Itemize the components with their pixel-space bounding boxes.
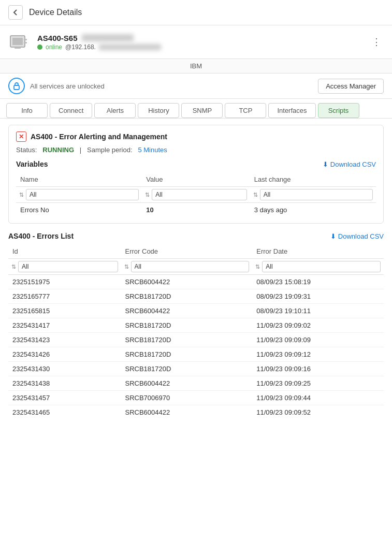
col-header-error-code: Error Code bbox=[121, 244, 253, 259]
tab-interfaces[interactable]: Interfaces bbox=[268, 103, 315, 118]
err-date-1: 08/09/23 19:09:31 bbox=[252, 289, 384, 304]
errors-section: AS400 - Errors List ⬇ Download CSV Id Er… bbox=[8, 232, 384, 419]
err-code-5: SRCB181720D bbox=[121, 347, 253, 362]
errors-section-header: AS400 - Errors List ⬇ Download CSV bbox=[8, 232, 384, 240]
err-code-2: SRCB6004422 bbox=[121, 304, 253, 318]
device-icon bbox=[8, 31, 31, 53]
errors-row-4: 2325431423 SRCB181720D 11/09/23 09:09:09 bbox=[8, 333, 384, 347]
filter-last-cell: ⇅ bbox=[250, 187, 376, 203]
filter-id-cell: ⇅ bbox=[8, 259, 121, 275]
tab-snmp[interactable]: SNMP bbox=[181, 103, 223, 118]
err-code-0: SRCB6004422 bbox=[121, 275, 253, 289]
col-header-error-date: Error Date bbox=[252, 244, 384, 259]
device-menu-button[interactable]: ⋮ bbox=[369, 35, 384, 49]
filter-name-cell: ⇅ bbox=[16, 187, 142, 203]
col-header-last-change: Last change bbox=[250, 172, 376, 187]
errors-table: Id Error Code Error Date ⇅ bbox=[8, 244, 384, 419]
variables-filter-row: ⇅ ⇅ ⇅ bbox=[16, 187, 376, 203]
err-id-7: 2325431438 bbox=[8, 376, 121, 391]
script-header: ✕ AS400 - Error Alerting and Management bbox=[16, 131, 376, 142]
svg-rect-5 bbox=[14, 85, 19, 90]
err-id-9: 2325431465 bbox=[8, 405, 121, 420]
sort-errdate-button[interactable]: ⇅ bbox=[255, 263, 260, 270]
page-title: Device Details bbox=[29, 8, 82, 17]
err-date-9: 11/09/23 09:09:52 bbox=[252, 405, 384, 420]
errors-row-6: 2325431430 SRCB181720D 11/09/23 09:09:16 bbox=[8, 362, 384, 376]
sort-errcode-button[interactable]: ⇅ bbox=[124, 263, 129, 270]
sort-name-button[interactable]: ⇅ bbox=[19, 192, 24, 198]
access-manager-button[interactable]: Access Manager bbox=[318, 79, 384, 94]
err-date-2: 08/09/23 19:10:11 bbox=[252, 304, 384, 318]
sort-value-button[interactable]: ⇅ bbox=[145, 192, 150, 198]
sort-last-button[interactable]: ⇅ bbox=[253, 192, 258, 198]
var-value-0: 10 bbox=[142, 203, 250, 217]
err-id-0: 2325151975 bbox=[8, 275, 121, 289]
tab-history[interactable]: History bbox=[138, 103, 179, 118]
lock-icon bbox=[8, 78, 25, 94]
errors-filter-row: ⇅ ⇅ ⇅ bbox=[8, 259, 384, 275]
status-online-label: online bbox=[46, 43, 62, 51]
filter-errcode-input[interactable] bbox=[131, 261, 250, 272]
device-name: AS400-S65 bbox=[37, 34, 384, 42]
err-id-6: 2325431430 bbox=[8, 362, 121, 376]
filter-errdate-cell: ⇅ bbox=[252, 259, 384, 275]
page-wrapper: Device Details AS400-S65 online @192.168… bbox=[0, 0, 392, 542]
filter-last-input[interactable] bbox=[260, 189, 373, 200]
errors-row-1: 2325165777 SRCB181720D 08/09/23 19:09:31 bbox=[8, 289, 384, 304]
tab-info[interactable]: Info bbox=[6, 103, 48, 118]
vendor-label: IBM bbox=[190, 62, 202, 70]
err-code-4: SRCB181720D bbox=[121, 333, 253, 347]
errors-row-0: 2325151975 SRCB6004422 08/09/23 15:08:19 bbox=[8, 275, 384, 289]
variables-header-row: Name Value Last change bbox=[16, 172, 376, 187]
svg-rect-4 bbox=[14, 47, 21, 49]
device-info: AS400-S65 online @192.168. bbox=[37, 34, 384, 51]
tab-tcp[interactable]: TCP bbox=[225, 103, 266, 118]
filter-value-input[interactable] bbox=[152, 189, 247, 200]
errors-row-9: 2325431465 SRCB6004422 11/09/23 09:09:52 bbox=[8, 405, 384, 420]
err-code-9: SRCB6004422 bbox=[121, 405, 253, 420]
tab-connect[interactable]: Connect bbox=[50, 103, 92, 118]
err-id-3: 2325431417 bbox=[8, 318, 121, 333]
err-id-8: 2325431457 bbox=[8, 391, 121, 405]
variables-download-label: Download CSV bbox=[330, 160, 376, 168]
vendor-bar: IBM bbox=[0, 59, 392, 74]
err-date-7: 11/09/23 09:09:25 bbox=[252, 376, 384, 391]
script-card: ✕ AS400 - Error Alerting and Management … bbox=[8, 125, 384, 224]
tab-alerts[interactable]: Alerts bbox=[94, 103, 136, 118]
variables-section-header: Variables ⬇ Download CSV bbox=[16, 160, 376, 168]
svg-rect-1 bbox=[12, 38, 23, 45]
header: Device Details bbox=[0, 0, 392, 25]
err-id-1: 2325165777 bbox=[8, 289, 121, 304]
close-script-button[interactable]: ✕ bbox=[16, 131, 26, 142]
tab-scripts[interactable]: Scripts bbox=[318, 103, 359, 118]
sample-period-value[interactable]: 5 Minutes bbox=[138, 146, 167, 154]
filter-name-input[interactable] bbox=[26, 189, 139, 200]
err-code-1: SRCB181720D bbox=[121, 289, 253, 304]
variables-download-link[interactable]: ⬇ Download CSV bbox=[323, 160, 376, 168]
col-header-name: Name bbox=[16, 172, 142, 187]
errors-row-7: 2325431438 SRCB6004422 11/09/23 09:09:25 bbox=[8, 376, 384, 391]
err-date-8: 11/09/23 09:09:44 bbox=[252, 391, 384, 405]
device-name-blurred bbox=[82, 34, 134, 41]
col-header-id: Id bbox=[8, 244, 121, 259]
var-last-0: 3 days ago bbox=[250, 203, 376, 217]
errors-download-link[interactable]: ⬇ Download CSV bbox=[330, 232, 384, 240]
sort-id-button[interactable]: ⇅ bbox=[11, 263, 16, 270]
filter-id-input[interactable] bbox=[18, 261, 118, 272]
content-area: ✕ AS400 - Error Alerting and Management … bbox=[0, 119, 392, 542]
err-id-2: 2325165815 bbox=[8, 304, 121, 318]
nav-tabs: Info Connect Alerts History SNMP TCP Int… bbox=[0, 99, 392, 119]
svg-rect-3 bbox=[24, 42, 27, 43]
err-date-6: 11/09/23 09:09:16 bbox=[252, 362, 384, 376]
err-id-4: 2325431423 bbox=[8, 333, 121, 347]
err-date-0: 08/09/23 15:08:19 bbox=[252, 275, 384, 289]
back-button[interactable] bbox=[8, 5, 23, 20]
err-code-3: SRCB181720D bbox=[121, 318, 253, 333]
errors-download-icon: ⬇ bbox=[330, 232, 336, 240]
filter-errdate-input[interactable] bbox=[262, 261, 381, 272]
errors-row-5: 2325431426 SRCB181720D 11/09/23 09:09:12 bbox=[8, 347, 384, 362]
errors-header-row: Id Error Code Error Date bbox=[8, 244, 384, 259]
filter-value-cell: ⇅ bbox=[142, 187, 250, 203]
err-code-6: SRCB181720D bbox=[121, 362, 253, 376]
unlocked-text: All services are unlocked bbox=[30, 82, 318, 90]
